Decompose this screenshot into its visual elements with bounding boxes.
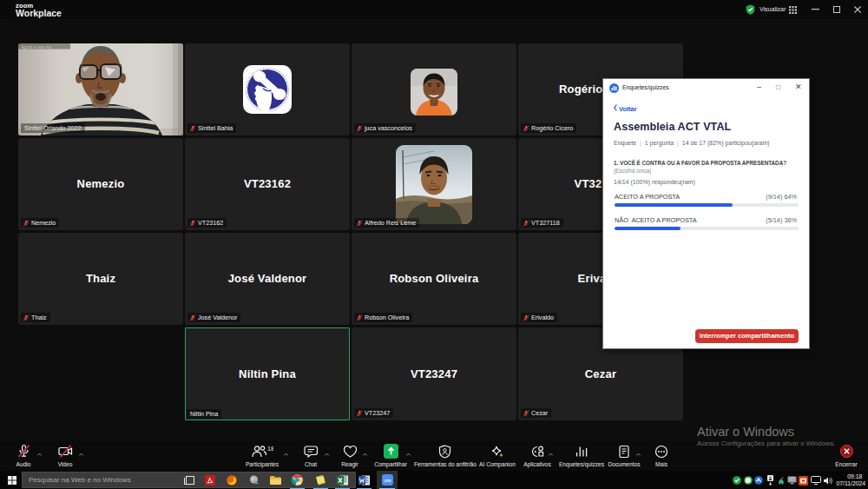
svg-text:zm: zm bbox=[385, 478, 391, 483]
svg-text:18: 18 bbox=[267, 446, 273, 452]
svg-text:Agora é wan ka: Agora é wan ka bbox=[21, 44, 51, 50]
